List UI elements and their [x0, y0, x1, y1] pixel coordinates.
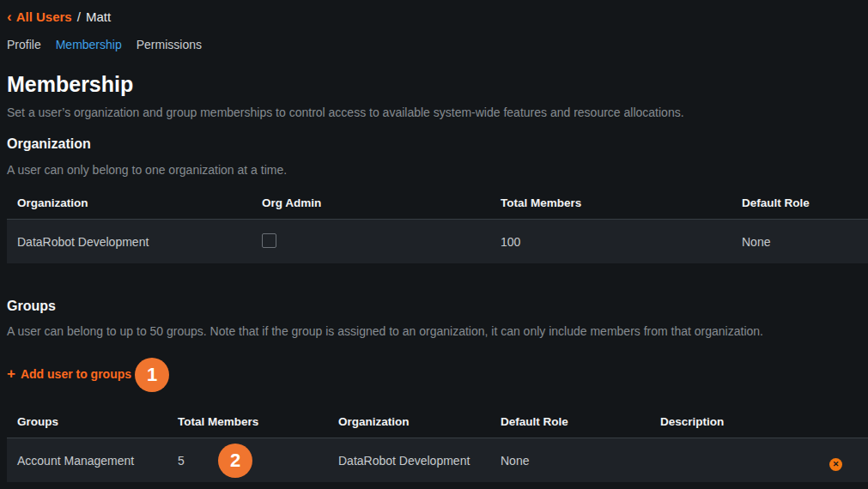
organization-section-description: A user can only belong to one organizati…	[7, 163, 287, 177]
groups-section-description: A user can belong to up to 50 groups. No…	[7, 324, 763, 338]
org-col-org-admin: Org Admin	[262, 196, 501, 209]
annotation-badge-2: 2	[218, 444, 252, 478]
membership-page: ‹ All Users / Matt Profile Membership Pe…	[0, 0, 868, 489]
groups-table: Groups Total Members Organization Defaul…	[7, 406, 868, 482]
org-row-name: DataRobot Development	[17, 235, 262, 249]
add-user-to-groups-label: Add user to groups	[21, 367, 131, 381]
grp-row-organization: DataRobot Development	[338, 454, 501, 468]
add-user-to-groups-button[interactable]: + Add user to groups	[7, 366, 131, 381]
groups-section-title: Groups	[7, 299, 56, 314]
grp-row-default-role: None	[501, 454, 660, 468]
page-title: Membership	[7, 72, 133, 97]
organization-table-header: Organization Org Admin Total Members Def…	[7, 187, 868, 219]
remove-group-icon[interactable]: ✕	[829, 458, 842, 471]
tab-membership[interactable]: Membership	[56, 38, 122, 51]
org-col-organization: Organization	[17, 196, 262, 209]
grp-row-name: Account Management	[17, 454, 178, 468]
org-row-total-members: 100	[501, 235, 742, 249]
tab-permissions[interactable]: Permissions	[137, 38, 202, 51]
grp-col-groups: Groups	[17, 415, 178, 428]
breadcrumb-all-users-link[interactable]: All Users	[16, 9, 72, 24]
page-description: Set a user’s organization and group memb…	[7, 106, 684, 119]
tab-profile[interactable]: Profile	[7, 38, 41, 51]
breadcrumb-current-user: Matt	[86, 9, 111, 24]
grp-col-default-role: Default Role	[501, 415, 660, 428]
org-col-total-members: Total Members	[501, 196, 742, 209]
organization-table-row: DataRobot Development 100 None	[7, 219, 868, 263]
org-col-default-role: Default Role	[742, 196, 868, 209]
groups-table-row: Account Management 5 DataRobot Developme…	[7, 438, 868, 482]
user-tabs: Profile Membership Permissions	[7, 38, 202, 51]
grp-col-total-members: Total Members	[178, 415, 338, 428]
organization-section-title: Organization	[7, 136, 91, 152]
plus-icon: +	[7, 366, 15, 381]
annotation-badge-1: 1	[135, 358, 169, 392]
grp-col-description: Description	[660, 415, 868, 428]
grp-col-organization: Organization	[338, 415, 501, 428]
breadcrumb: ‹ All Users / Matt	[7, 9, 111, 24]
chevron-left-icon[interactable]: ‹	[7, 9, 12, 24]
breadcrumb-separator: /	[77, 9, 81, 24]
org-row-default-role: None	[742, 235, 868, 249]
organization-table: Organization Org Admin Total Members Def…	[7, 187, 868, 263]
groups-table-header: Groups Total Members Organization Defaul…	[7, 406, 868, 438]
org-admin-checkbox[interactable]	[262, 233, 276, 248]
grp-row-total-members: 5	[178, 454, 338, 468]
